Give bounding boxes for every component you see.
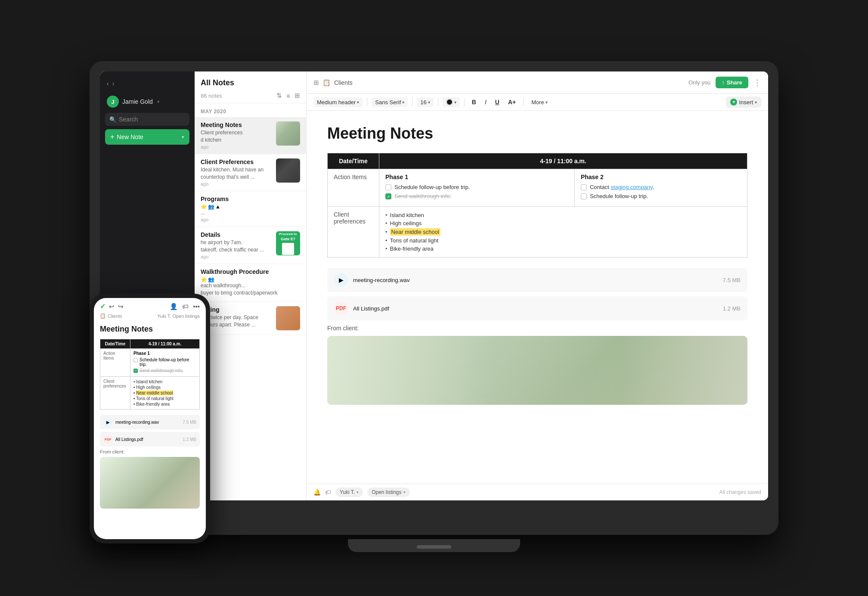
share-button[interactable]: ↑ Share (716, 77, 748, 88)
checkbox-schedule-box[interactable] (581, 193, 587, 199)
assignee-tag[interactable]: Yuki T. ▾ (335, 487, 363, 497)
phone-th-datetime: Date/Time (100, 339, 130, 349)
italic-button[interactable]: I (482, 97, 490, 107)
checkbox-followup-box[interactable] (385, 184, 391, 190)
checkbox-walkthrough[interactable]: ✓ Send walkthrough info. (385, 193, 568, 199)
phone-cb-box-1[interactable] (133, 358, 138, 362)
font-dropdown[interactable]: Sans Serif ▾ (372, 97, 408, 107)
font-chevron-icon: ▾ (402, 100, 404, 105)
phone-phase1-label: Phase 1 (133, 351, 196, 356)
back-arrow[interactable]: ‹ (107, 80, 109, 87)
table-label-action: Action Items (328, 169, 379, 207)
bell-icon[interactable]: 🔔 (313, 489, 321, 496)
note-preview2: takeoff, check traffic near ... (201, 247, 272, 253)
attachment-audio[interactable]: ▶ meeting-recording.wav 7.5 MB (327, 268, 747, 292)
phone-cb-1[interactable]: Schedule follow-up before trip. (133, 357, 196, 367)
notebook-tag[interactable]: Open listings ▾ (367, 487, 409, 497)
checkbox-contact-label: Contact staging company. (590, 184, 654, 190)
pdf-icon: PDF (334, 301, 348, 315)
note-item-meeting[interactable]: Meeting Notes Client preferences d kitch… (195, 117, 306, 154)
share-icon: ↑ (722, 79, 725, 86)
note-title: Client Preferences (201, 158, 272, 165)
phase2-header: Phase 2 (581, 174, 741, 180)
phase1-header: Phase 1 (385, 174, 568, 180)
note-title: Details (201, 231, 272, 238)
sort-icon[interactable]: ⇅ (276, 92, 282, 99)
phone-attach-audio[interactable]: ▶ meeting-recording.wav 7.5 MB (100, 415, 200, 429)
phone-cb-label-2: Send walkthrough info. (140, 368, 183, 373)
table-label-client-prefs: Client preferences (328, 207, 379, 258)
new-note-plus-icon: + (110, 133, 114, 141)
phone-content[interactable]: Meeting Notes Date/Time 4-19 / 11:00 a.m… (94, 321, 206, 539)
phone-check-icon[interactable]: ✓ (100, 302, 105, 310)
phone-pref-island: • Island kitchen (133, 379, 196, 385)
new-note-button[interactable]: + New Note ▾ (105, 129, 189, 145)
view-icon[interactable]: ⊞ (294, 92, 300, 99)
phone-redo-icon[interactable]: ↪ (118, 303, 124, 310)
phone-person-icon[interactable]: 👤 (170, 303, 178, 310)
checkbox-schedule[interactable]: Schedule follow-up trip. (581, 193, 741, 199)
search-icon: 🔍 (109, 116, 116, 123)
note-time: ago (201, 217, 300, 222)
checkbox-followup[interactable]: Schedule follow-up before trip. (385, 184, 568, 190)
divider-5 (523, 98, 524, 106)
grid-icon[interactable]: ⊞ (313, 79, 319, 87)
text-size-button[interactable]: A+ (505, 97, 519, 107)
font-size-dropdown[interactable]: 16 ▾ (417, 97, 433, 107)
audio-filename: meeting-recording.wav (353, 277, 723, 283)
note-item-details[interactable]: Details he airport by 7am. takeoff, chec… (195, 227, 306, 264)
note-item-preferences[interactable]: Client Preferences Ideal kitchen. Must h… (195, 154, 306, 191)
pref-light: Tons of natural light (385, 236, 741, 245)
note-item-programs[interactable]: Programs ⭐👥▲ ... ago (195, 191, 306, 227)
phone-td-action-label: Action Items (100, 349, 130, 377)
phone-tags: Yuki T. Open listings (157, 314, 200, 319)
more-menu-icon[interactable]: ⋮ (753, 78, 761, 87)
color-picker[interactable]: ▾ (443, 97, 460, 107)
filter-icon[interactable]: ≡ (286, 92, 290, 99)
note-preview: he airport by 7am. (201, 239, 272, 245)
forward-arrow[interactable]: › (112, 80, 115, 87)
checkbox-contact[interactable]: Contact staging company. (581, 184, 741, 190)
note-preview: ... (201, 210, 300, 216)
search-bar[interactable]: 🔍 Search (105, 113, 189, 126)
staging-company-link[interactable]: staging company (611, 184, 652, 190)
phone-cb-2[interactable]: ✓ Send walkthrough info. (133, 368, 196, 373)
note-item-content: Meeting Notes Client preferences d kitch… (201, 121, 272, 149)
phone-cb-box-2[interactable]: ✓ (133, 369, 138, 373)
phone-pdf-icon: PDF (103, 435, 113, 444)
bookmark-icon[interactable]: 🏷 (325, 489, 331, 496)
pref-ceilings: High ceilings (385, 219, 741, 227)
note-item-content: Programs ⭐👥▲ ... ago (201, 196, 300, 222)
save-status: All changes saved (719, 489, 761, 495)
note-thumb (276, 158, 300, 183)
breadcrumb: Clients (334, 79, 353, 86)
note-item-walkthrough[interactable]: Walkthrough Procedure ⭐👥 each walkthroug… (195, 264, 306, 302)
table-header-datetime-val: 4-19 / 11:00 a.m. (379, 153, 747, 169)
checkbox-walkthrough-box[interactable]: ✓ (385, 193, 391, 199)
bold-button[interactable]: B (469, 97, 479, 107)
underline-button[interactable]: U (492, 97, 502, 107)
editor-content[interactable]: Meeting Notes Date/Time 4-19 / 11:00 a.m… (307, 111, 768, 484)
heading-dropdown[interactable]: Medium header ▾ (313, 97, 363, 107)
note-time: ago (201, 254, 272, 259)
phone-attach-pdf[interactable]: PDF All Listings.pdf 1.2 MB (100, 432, 200, 447)
table-phase2-cell: Phase 2 Contact staging company. Schedul… (574, 169, 747, 207)
phone-more-icon[interactable]: ••• (193, 303, 200, 310)
phone-folder-icon: 📋 (100, 313, 106, 319)
phone-undo-icon[interactable]: ↩ (109, 303, 115, 310)
color-dot (446, 99, 453, 106)
note-item-sitting[interactable]: Sitting eed twice per day. Space 2 hours… (195, 302, 306, 335)
checkbox-contact-box[interactable] (581, 184, 587, 190)
divider-1 (367, 98, 367, 106)
insert-button[interactable]: + Insert ▾ (726, 96, 761, 108)
assignee-chevron: ▾ (356, 490, 359, 494)
phone-breadcrumb: 📋 Clients Yuki T. Open listings (94, 313, 206, 321)
laptop-notch (417, 545, 451, 549)
sidebar-user[interactable]: J Jamie Gold ▾ (100, 92, 195, 113)
attachment-pdf[interactable]: PDF All Listings.pdf 1.2 MB (327, 296, 747, 320)
audio-play-icon[interactable]: ▶ (334, 273, 348, 287)
note-title: Programs (201, 196, 300, 202)
phone-tag-icon[interactable]: 🏷 (182, 303, 189, 310)
note-preview2: countertop that's well ... (201, 174, 272, 180)
more-dropdown[interactable]: More ▾ (528, 97, 551, 107)
